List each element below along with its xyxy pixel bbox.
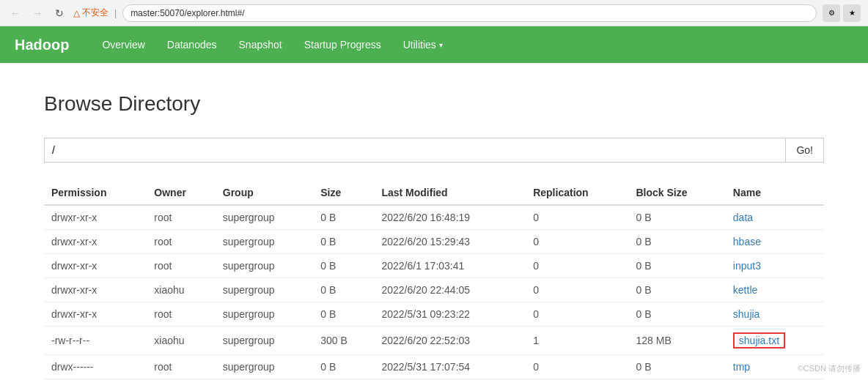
col-size: Size	[313, 181, 374, 205]
cell-name-row-0: data	[726, 205, 824, 230]
link-name-row-4[interactable]: shujia	[733, 308, 760, 320]
cell-2-row-0: supergroup	[216, 205, 313, 230]
utilities-dropdown-arrow: ▾	[439, 41, 443, 49]
table-row: -rw-r--r--xiaohusupergroup300 B2022/6/20…	[44, 327, 824, 355]
cell-4-row-1: 2022/6/20 15:29:43	[374, 230, 526, 254]
cell-5-row-5: 1	[526, 327, 628, 355]
cell-4-row-2: 2022/6/1 17:03:41	[374, 254, 526, 278]
table-row: drwxr-xr-xxiaohusupergroup0 B2022/6/20 2…	[44, 278, 824, 302]
nav-item-snapshot[interactable]: Snapshot	[228, 26, 293, 63]
cell-5-row-1: 0	[526, 230, 628, 254]
cell-5-row-4: 0	[526, 302, 628, 327]
table-row: drwxr-xr-xrootsupergroup0 B2022/6/20 15:…	[44, 230, 824, 254]
cell-0-row-0: drwxr-xr-x	[44, 205, 147, 230]
cell-4-row-5: 2022/6/20 22:52:03	[374, 327, 526, 355]
path-input[interactable]	[44, 138, 785, 163]
cell-3-row-0: 0 B	[313, 205, 374, 230]
cell-0-row-5: -rw-r--r--	[44, 327, 147, 355]
cell-1-row-5: xiaohu	[147, 327, 215, 355]
address-bar[interactable]	[122, 4, 817, 22]
navbar: Hadoop Overview Datanodes Snapshot Start…	[0, 26, 868, 63]
browser-bar: ← → ↻ △ 不安全 | ⚙ ★	[0, 0, 868, 26]
directory-table: Permission Owner Group Size Last Modifie…	[44, 181, 824, 380]
cell-3-row-5: 300 B	[313, 327, 374, 355]
security-warning: △ 不安全	[73, 7, 108, 19]
col-permission: Permission	[44, 181, 147, 205]
ext-button-2[interactable]: ★	[843, 4, 861, 22]
cell-0-row-6: drwx------	[44, 355, 147, 379]
cell-3-row-1: 0 B	[313, 230, 374, 254]
nav-item-utilities[interactable]: Utilities ▾	[392, 26, 454, 63]
cell-2-row-5: supergroup	[216, 327, 313, 355]
cell-1-row-1: root	[147, 230, 215, 254]
cell-name-row-3: kettle	[726, 278, 824, 302]
main-content: Browse Directory Go! Permission Owner Gr…	[0, 63, 868, 380]
forward-button[interactable]: →	[29, 5, 45, 21]
nav-item-startup-progress[interactable]: Startup Progress	[293, 26, 392, 63]
cell-2-row-6: supergroup	[216, 355, 313, 379]
link-name-row-2[interactable]: input3	[733, 260, 761, 272]
link-name-row-1[interactable]: hbase	[733, 236, 761, 247]
cell-6-row-6: 0 B	[628, 355, 725, 379]
cell-name-row-4: shujia	[726, 302, 824, 327]
cell-6-row-0: 0 B	[628, 205, 725, 230]
page-title: Browse Directory	[44, 92, 824, 116]
cell-1-row-6: root	[147, 355, 215, 379]
cell-0-row-2: drwxr-xr-x	[44, 254, 147, 278]
table-row: drwxr-xr-xrootsupergroup0 B2022/6/20 16:…	[44, 205, 824, 230]
col-group: Group	[216, 181, 313, 205]
cell-2-row-3: supergroup	[216, 278, 313, 302]
watermark: ©CSDN 请勿传播	[798, 363, 861, 374]
navbar-brand: Hadoop	[15, 37, 69, 53]
reload-button[interactable]: ↻	[51, 5, 67, 21]
cell-name-row-1: hbase	[726, 230, 824, 254]
col-replication: Replication	[526, 181, 628, 205]
col-block-size: Block Size	[628, 181, 725, 205]
cell-2-row-1: supergroup	[216, 230, 313, 254]
cell-1-row-0: root	[147, 205, 215, 230]
ext-button-1[interactable]: ⚙	[823, 4, 840, 22]
link-name-row-5[interactable]: shujia.txt	[733, 332, 785, 349]
cell-5-row-2: 0	[526, 254, 628, 278]
link-name-row-6[interactable]: tmp	[733, 361, 750, 373]
cell-4-row-6: 2022/5/31 17:07:54	[374, 355, 526, 379]
table-row: drwxr-xr-xrootsupergroup0 B2022/5/31 09:…	[44, 302, 824, 327]
cell-5-row-3: 0	[526, 278, 628, 302]
table-header-row: Permission Owner Group Size Last Modifie…	[44, 181, 824, 205]
col-name: Name	[726, 181, 824, 205]
url-separator: |	[114, 8, 117, 18]
cell-4-row-4: 2022/5/31 09:23:22	[374, 302, 526, 327]
cell-2-row-2: supergroup	[216, 254, 313, 278]
link-name-row-0[interactable]: data	[733, 212, 753, 223]
cell-4-row-3: 2022/6/20 22:44:05	[374, 278, 526, 302]
cell-0-row-3: drwxr-xr-x	[44, 278, 147, 302]
nav-item-datanodes[interactable]: Datanodes	[156, 26, 228, 63]
cell-1-row-2: root	[147, 254, 215, 278]
nav-item-overview[interactable]: Overview	[91, 26, 155, 63]
cell-2-row-4: supergroup	[216, 302, 313, 327]
cell-0-row-1: drwxr-xr-x	[44, 230, 147, 254]
col-last-modified: Last Modified	[374, 181, 526, 205]
link-name-row-3[interactable]: kettle	[733, 284, 757, 296]
cell-3-row-3: 0 B	[313, 278, 374, 302]
cell-6-row-3: 0 B	[628, 278, 725, 302]
cell-5-row-0: 0	[526, 205, 628, 230]
cell-6-row-2: 0 B	[628, 254, 725, 278]
cell-3-row-2: 0 B	[313, 254, 374, 278]
cell-6-row-5: 128 MB	[628, 327, 725, 355]
path-bar: Go!	[44, 138, 824, 163]
cell-name-row-5: shujia.txt	[726, 327, 824, 355]
cell-6-row-4: 0 B	[628, 302, 725, 327]
col-owner: Owner	[147, 181, 215, 205]
table-row: drwxr-xr-xrootsupergroup0 B2022/6/1 17:0…	[44, 254, 824, 278]
cell-6-row-1: 0 B	[628, 230, 725, 254]
navbar-nav: Overview Datanodes Snapshot Startup Prog…	[91, 26, 453, 63]
go-button[interactable]: Go!	[785, 138, 824, 163]
table-row: drwx------rootsupergroup0 B2022/5/31 17:…	[44, 355, 824, 379]
cell-0-row-4: drwxr-xr-x	[44, 302, 147, 327]
back-button[interactable]: ←	[7, 5, 23, 21]
cell-1-row-3: xiaohu	[147, 278, 215, 302]
cell-1-row-4: root	[147, 302, 215, 327]
cell-name-row-2: input3	[726, 254, 824, 278]
cell-5-row-6: 0	[526, 355, 628, 379]
